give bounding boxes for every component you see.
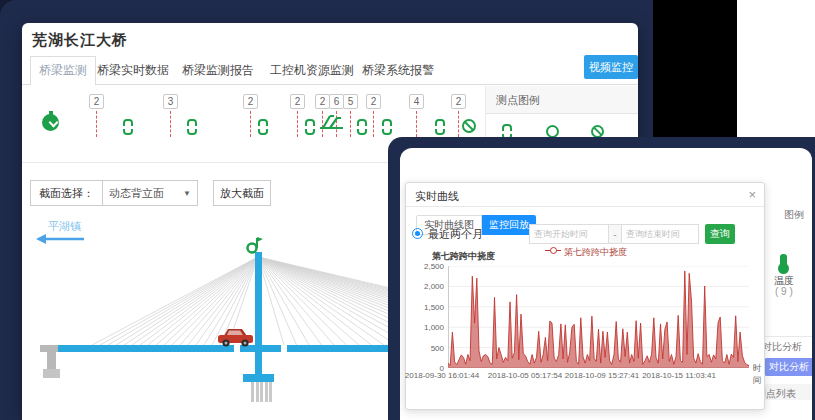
tab-0[interactable]: 桥梁监测: [30, 56, 96, 85]
point-legend-title: 测点图例: [486, 86, 638, 114]
sensor-tick-line: [250, 111, 251, 137]
background-white-panel: [737, 0, 815, 137]
caliper-sensor-icon[interactable]: [318, 113, 346, 131]
legend-series-label: 第七跨跨中挠度: [564, 247, 627, 257]
realtime-curve-dialog: 实时曲线 × 实时曲线图 监控回放 最近两个月 - 查询 第七跨跨中挠度 第七跨…: [405, 182, 765, 410]
foundation-column: [256, 382, 259, 402]
deck-joint: [281, 345, 287, 352]
close-icon[interactable]: ×: [748, 187, 756, 202]
sliver-legend-label: 图例: [784, 208, 804, 222]
range-radio-label: 最近两个月: [428, 227, 483, 242]
left-pier-base: [43, 369, 60, 378]
sensor-count-badge: 2: [315, 94, 330, 109]
pylon-foundation-cap: [243, 374, 274, 382]
sensor-tick-line: [350, 111, 351, 137]
thermometer-icon[interactable]: [780, 254, 787, 267]
section-select-value: 动态背立面: [109, 187, 164, 199]
foundation-column: [251, 382, 254, 402]
sensor-count-badge: 2: [89, 94, 104, 109]
y-tick-label: 1,000: [408, 323, 444, 332]
page-title: 芜湖长江大桥: [32, 31, 128, 50]
query-button[interactable]: 查询: [705, 224, 735, 244]
tab-4[interactable]: 桥梁系统报警: [362, 56, 434, 84]
sensor-tick-line: [297, 111, 298, 137]
chain-sensor-icon[interactable]: [305, 119, 315, 135]
sensor-tick-line: [458, 111, 459, 137]
background-black-panel: [653, 0, 737, 137]
car-image: [216, 326, 256, 348]
chain-sensor-icon[interactable]: [258, 119, 268, 135]
chain-sensor-icon[interactable]: [187, 119, 197, 135]
chain-sensor-icon[interactable]: [123, 119, 133, 135]
modal-app-window: 图例 温度 ( 9 ) 对比分析 对比分析 测点列表 实时曲线 × 实时曲线图 …: [400, 148, 812, 420]
tab-1[interactable]: 桥梁实时数据: [97, 56, 169, 84]
section-select-label: 截面选择：: [31, 181, 102, 205]
sliver-divider: [760, 336, 812, 337]
x-tick-label: 2018-09-30 16:01:44: [405, 371, 479, 380]
chain-sensor-icon[interactable]: [357, 119, 367, 135]
foundation-column: [265, 382, 268, 402]
tab-2[interactable]: 桥梁监测报告: [182, 56, 254, 84]
date-range-separator: -: [609, 224, 621, 244]
sensor-count-badge: 5: [343, 94, 358, 109]
chevron-down-icon: ▼: [183, 182, 191, 206]
sensor-count-badge: 6: [329, 94, 344, 109]
sensor-count-badge: 2: [290, 94, 305, 109]
x-tick-label: 2018-10-09 15:27:41: [565, 371, 639, 380]
sensor-count-badge: 3: [163, 94, 178, 109]
direction-label: 平湖镇: [48, 219, 81, 234]
tab-3[interactable]: 工控机资源监测: [270, 56, 354, 84]
chain-sensor-icon[interactable]: [435, 119, 445, 135]
screenshot-canvas: 芜湖长江大桥 桥梁监测桥梁实时数据桥梁监测报告工控机资源监测桥梁系统报警 视频监…: [0, 0, 815, 420]
x-tick-label: 2018-10-15 11:03:41: [642, 371, 716, 380]
sensor-tick-line: [96, 111, 97, 137]
y-tick-label: 2,000: [408, 282, 444, 291]
y-tick-label: 500: [408, 344, 444, 353]
x-axis-name: 时间: [753, 363, 764, 387]
radio-selected-icon[interactable]: [412, 228, 423, 239]
dialog-header: 实时曲线 ×: [406, 183, 764, 207]
bridge-pylon: [255, 252, 262, 382]
foundation-column: [260, 382, 263, 402]
sensor-count-badge: 2: [451, 94, 466, 109]
video-monitor-button[interactable]: 视频监控: [584, 55, 638, 79]
anemometer-sensor-icon[interactable]: [246, 236, 264, 254]
main-tab-bar: 桥梁监测桥梁实时数据桥梁监测报告工控机资源监测桥梁系统报警: [22, 56, 638, 85]
sensor-tick-line: [373, 111, 374, 137]
forbidden-sensor-icon[interactable]: [462, 119, 476, 133]
legend-line-marker-icon: [545, 250, 561, 255]
y-tick-label: 2,500: [408, 262, 444, 271]
sensor-tick-line: [416, 111, 417, 137]
sensor-count-badge: 2: [243, 94, 258, 109]
sensor-tick-line: [170, 111, 171, 137]
temperature-count: ( 9 ): [775, 286, 793, 297]
query-start-time-input[interactable]: [529, 224, 609, 244]
section-select-dropdown[interactable]: 动态背立面 ▼: [102, 181, 197, 205]
compare-section-label: 对比分析: [762, 340, 802, 354]
deflection-line-chart: [448, 266, 749, 368]
y-tick-label: 1,500: [408, 303, 444, 312]
foundation-column: [269, 382, 272, 402]
section-select-group: 截面选择： 动态背立面 ▼: [30, 180, 198, 206]
stopwatch-sensor-icon[interactable]: [42, 114, 59, 131]
chain-sensor-icon[interactable]: [382, 119, 392, 135]
tab-monitor-playback[interactable]: 监控回放: [482, 215, 536, 235]
x-tick-label: 2018-10-05 05:17:54: [488, 371, 562, 380]
query-end-time-input[interactable]: [621, 224, 699, 244]
zoom-section-button[interactable]: 放大截面: [213, 180, 271, 206]
dialog-title: 实时曲线: [415, 189, 459, 204]
compare-analysis-button[interactable]: 对比分析: [764, 358, 812, 376]
sensor-count-badge: 2: [366, 94, 381, 109]
sensor-count-badge: 4: [409, 94, 424, 109]
